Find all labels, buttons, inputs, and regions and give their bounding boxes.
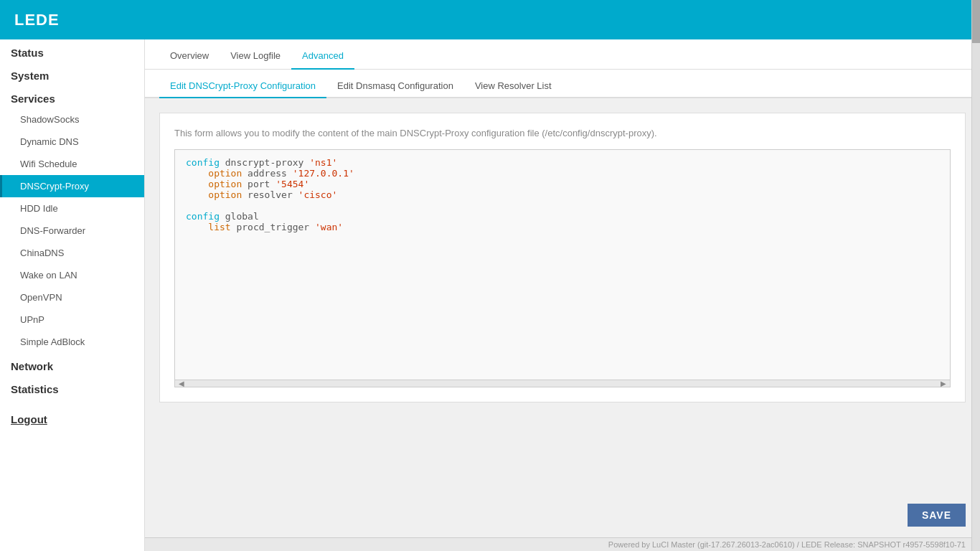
sidebar-item-dynamic-dns[interactable]: Dynamic DNS: [0, 131, 144, 153]
sidebar-item-chinadns[interactable]: ChinaDNS: [0, 242, 144, 264]
save-bar: SAVE: [145, 493, 980, 537]
app-title: LEDE: [14, 11, 60, 29]
main-scrollbar-thumb[interactable]: [972, 39, 980, 43]
sidebar-section-statistics[interactable]: Statistics: [0, 376, 144, 399]
tab-edit-dnscrypt[interactable]: Edit DNSCrypt-Proxy Configuration: [159, 75, 326, 98]
tab-overview[interactable]: Overview: [159, 43, 220, 70]
sidebar-item-wake-on-lan[interactable]: Wake on LAN: [0, 264, 144, 286]
scroll-right-arrow[interactable]: ▶: [941, 380, 946, 387]
sidebar-item-wifi-schedule[interactable]: Wifi Schedule: [0, 153, 144, 175]
sidebar-item-hdd-idle[interactable]: HDD Idle: [0, 197, 144, 220]
app-header: LEDE: [0, 0, 980, 39]
scroll-left-arrow[interactable]: ◀: [179, 380, 184, 387]
sidebar-section-network[interactable]: Network: [0, 353, 144, 376]
tab-view-resolver[interactable]: View Resolver List: [464, 75, 562, 98]
tab-advanced[interactable]: Advanced: [291, 43, 354, 70]
sidebar-item-dnscrypt-proxy[interactable]: DNSCrypt-Proxy: [0, 175, 144, 197]
code-line-1: config dnscrypt-proxy 'ns1': [186, 157, 939, 168]
sidebar-section-services: Services: [0, 85, 144, 108]
code-line-4: option resolver 'cisco': [186, 189, 939, 200]
sidebar-item-upnp[interactable]: UPnP: [0, 309, 144, 331]
code-line-2: option address '127.0.0.1': [186, 168, 939, 179]
tab-bar-sub: Edit DNSCrypt-Proxy Configuration Edit D…: [145, 70, 980, 98]
content-body: This form allows you to modify the conte…: [145, 98, 980, 493]
horizontal-scrollbar[interactable]: ◀ ▶: [175, 380, 950, 387]
code-line-5: [186, 200, 939, 211]
main-layout: Status System Services ShadowSocks Dynam…: [0, 39, 980, 551]
sidebar-item-openvpn[interactable]: OpenVPN: [0, 286, 144, 309]
sidebar: Status System Services ShadowSocks Dynam…: [0, 39, 145, 551]
sidebar-item-system[interactable]: System: [0, 62, 144, 85]
tab-view-logfile[interactable]: View Logfile: [220, 43, 291, 70]
footer-hint: Powered by LuCI Master (git-17.267.26013…: [145, 537, 980, 551]
content-area: Overview View Logfile Advanced Edit DNSC…: [145, 39, 980, 551]
code-display: config dnscrypt-proxy 'ns1' option addre…: [175, 150, 950, 380]
tab-edit-dnsmasq[interactable]: Edit Dnsmasq Configuration: [326, 75, 464, 98]
sidebar-item-status[interactable]: Status: [0, 39, 144, 62]
sidebar-item-shadowsocks[interactable]: ShadowSocks: [0, 108, 144, 131]
sidebar-item-simple-adblock[interactable]: Simple AdBlock: [0, 331, 144, 353]
code-editor-wrapper: config dnscrypt-proxy 'ns1' option addre…: [174, 149, 951, 387]
sidebar-item-dns-forwarder[interactable]: DNS-Forwarder: [0, 220, 144, 242]
main-scrollbar[interactable]: [971, 39, 980, 551]
code-line-3: option port '5454': [186, 179, 939, 189]
save-button[interactable]: SAVE: [908, 504, 966, 527]
content-card: This form allows you to modify the conte…: [159, 113, 966, 402]
tab-bar-top: Overview View Logfile Advanced: [145, 39, 980, 70]
code-line-7: list procd_trigger 'wan': [186, 222, 939, 232]
info-text: This form allows you to modify the conte…: [174, 128, 951, 138]
sidebar-logout[interactable]: Logout: [0, 406, 144, 433]
code-line-6: config global: [186, 211, 939, 222]
